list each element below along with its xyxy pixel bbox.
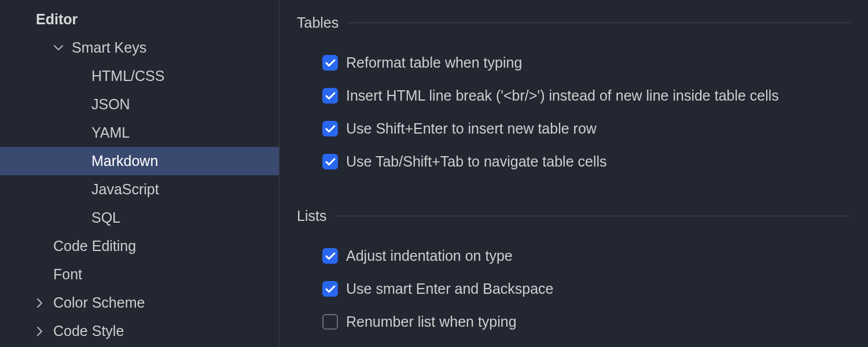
checkbox[interactable] [322,88,338,104]
checkbox[interactable] [322,281,338,297]
sidebar-item-markdown[interactable]: Markdown [0,147,279,175]
option-label: Adjust indentation on type [346,248,513,264]
option-adjust-indentation-on-type: Adjust indentation on type [297,239,851,272]
checkbox[interactable] [322,55,338,71]
sidebar-item-font[interactable]: Font [0,260,279,289]
section-header-lists: Lists [297,207,851,224]
sidebar-item-code-style[interactable]: Code Style [0,317,279,345]
section-header-tables: Tables [297,14,851,31]
chevron-right-icon[interactable] [35,326,45,337]
sidebar-item-yaml[interactable]: YAML [0,119,279,147]
option-reformat-table-when-typing: Reformat table when typing [297,46,851,79]
sidebar-item-javascript[interactable]: JavaScript [0,175,279,204]
chevron-down-icon[interactable] [53,43,64,53]
option-renumber-list-when-typing: Renumber list when typing [297,305,851,338]
sidebar-item-smart-keys[interactable]: Smart Keys [0,34,279,62]
option-insert-html-line-break-br-instead-of-new-line-inside-table-cells: Insert HTML line break ('<br/>') instead… [297,79,851,112]
option-use-smart-enter-and-backspace: Use smart Enter and Backspace [297,272,851,305]
sidebar-item-label: SQL [91,209,120,226]
checkbox[interactable] [322,154,338,169]
option-use-shift-enter-to-insert-new-table-row: Use Shift+Enter to insert new table row [297,112,851,145]
section-title: Tables [297,14,339,31]
settings-sidebar: Editor Smart KeysHTML/CSSJSONYAMLMarkdow… [0,0,279,347]
sidebar-item-label: Font [53,266,82,283]
sidebar-item-label: JSON [91,96,130,113]
sidebar-heading-editor: Editor [0,10,279,34]
option-label: Use Tab/Shift+Tab to navigate table cell… [346,153,607,170]
option-label: Insert HTML line break ('<br/>') instead… [346,87,779,104]
sidebar-item-label: Code Editing [53,238,136,254]
checkbox[interactable] [322,121,338,136]
sidebar-item-code-editing[interactable]: Code Editing [0,232,279,260]
sidebar-item-color-scheme[interactable]: Color Scheme [0,289,279,317]
sidebar-item-label: YAML [91,124,130,141]
option-use-tab-shift-tab-to-navigate-table-cells: Use Tab/Shift+Tab to navigate table cell… [297,145,851,178]
checkbox[interactable] [322,248,338,264]
option-label: Use Shift+Enter to insert new table row [346,120,597,137]
chevron-right-icon[interactable] [35,298,45,308]
option-label: Use smart Enter and Backspace [346,280,554,297]
sidebar-item-sql[interactable]: SQL [0,204,279,232]
sidebar-item-label: Smart Keys [72,39,146,56]
sidebar-item-label: Markdown [91,153,158,169]
sidebar-item-html-css[interactable]: HTML/CSS [0,62,279,90]
sidebar-tree: Smart KeysHTML/CSSJSONYAMLMarkdownJavaSc… [0,34,279,345]
section-divider [348,23,851,23]
sidebar-item-label: Color Scheme [53,294,145,311]
option-label: Reformat table when typing [346,54,522,71]
option-label: Renumber list when typing [346,313,517,330]
sidebar-item-label: HTML/CSS [91,68,164,84]
checkbox[interactable] [322,314,338,330]
sidebar-item-label: Code Style [53,323,124,339]
section-divider [336,216,851,216]
section-title: Lists [297,208,326,224]
sidebar-item-json[interactable]: JSON [0,90,279,119]
settings-main-panel: TablesReformat table when typingInsert H… [279,0,868,347]
sidebar-item-label: JavaScript [91,181,159,198]
